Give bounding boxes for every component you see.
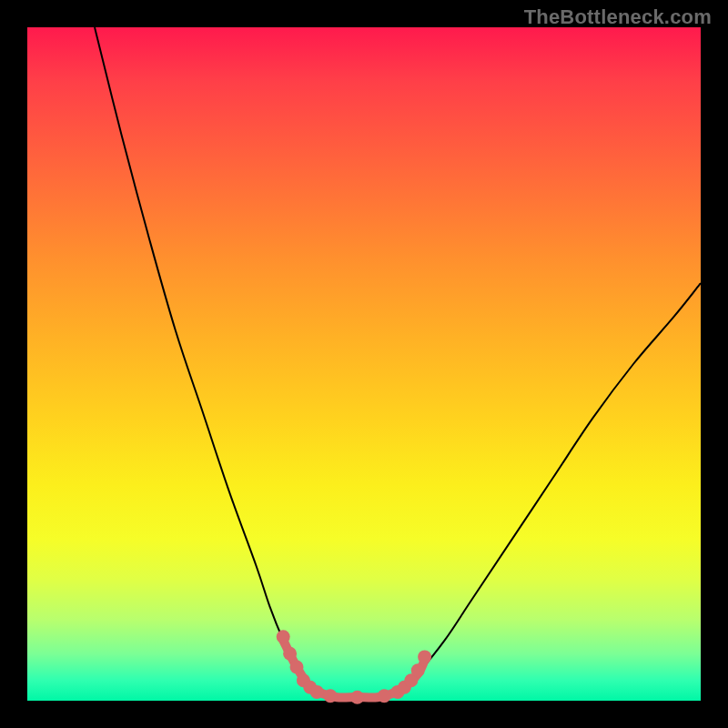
marker-dot xyxy=(350,691,364,704)
marker-dot xyxy=(324,689,338,703)
marker-dot xyxy=(418,650,431,663)
plot-area xyxy=(27,27,701,701)
chart-svg xyxy=(27,27,701,701)
marker-dot xyxy=(283,647,297,661)
marker-dot xyxy=(411,663,425,677)
curve-left-branch xyxy=(95,27,404,698)
highlighted-region-dots xyxy=(277,630,431,704)
marker-dot xyxy=(310,685,324,699)
chart-frame: TheBottleneck.com xyxy=(0,0,728,728)
marker-dot xyxy=(378,689,391,703)
marker-dot xyxy=(277,630,290,643)
curve-right-branch xyxy=(403,283,701,688)
watermark-text: TheBottleneck.com xyxy=(524,5,712,29)
marker-dot xyxy=(290,661,304,674)
